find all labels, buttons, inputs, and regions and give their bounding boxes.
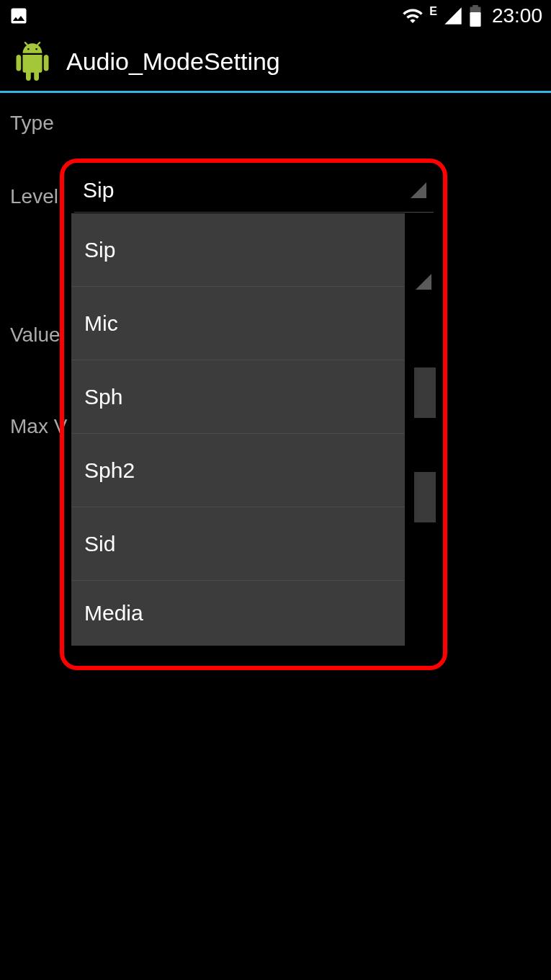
type-label: Type xyxy=(10,112,541,135)
dropdown-item-sip[interactable]: Sip xyxy=(71,213,405,287)
android-icon xyxy=(13,42,52,81)
battery-icon xyxy=(469,5,482,27)
svg-rect-2 xyxy=(470,12,480,27)
image-icon xyxy=(9,6,29,26)
dropdown-item-sid[interactable]: Sid xyxy=(71,507,405,581)
maxv-input-edge[interactable] xyxy=(414,472,436,522)
status-bar: E 23:00 xyxy=(0,0,551,32)
dropdown-item-sph2[interactable]: Sph2 xyxy=(71,434,405,507)
dropdown-item-media[interactable]: Media xyxy=(71,581,405,646)
status-left xyxy=(9,6,29,26)
svg-rect-1 xyxy=(472,5,478,8)
value-input-edge[interactable] xyxy=(414,368,436,418)
dropdown-item-sph[interactable]: Sph xyxy=(71,360,405,434)
dropdown-item-mic[interactable]: Mic xyxy=(71,287,405,360)
app-title: Audio_ModeSetting xyxy=(66,48,280,76)
signal-icon xyxy=(443,6,463,26)
network-type-label: E xyxy=(429,5,437,18)
clock: 23:00 xyxy=(492,4,542,27)
action-bar: Audio_ModeSetting xyxy=(0,32,551,91)
wifi-icon xyxy=(402,5,424,27)
type-dropdown-list: Sip Mic Sph Sph2 Sid Media xyxy=(71,213,405,646)
status-right: E 23:00 xyxy=(402,4,542,27)
type-spinner-selected: Sip xyxy=(83,178,114,202)
chevron-down-icon xyxy=(411,182,426,198)
level-spinner-triangle[interactable] xyxy=(416,274,436,294)
type-spinner[interactable]: Sip xyxy=(74,168,434,213)
